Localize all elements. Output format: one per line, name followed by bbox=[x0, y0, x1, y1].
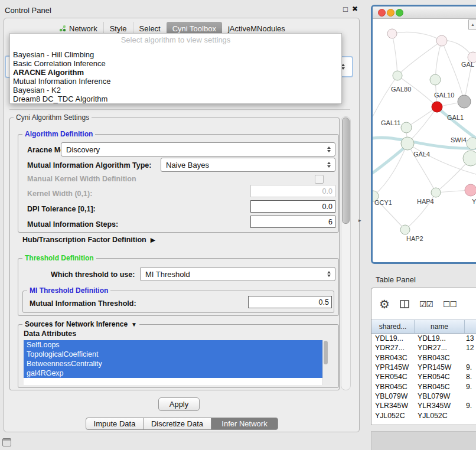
float-window-icon[interactable]: □ bbox=[343, 5, 348, 13]
close-traffic-light-icon[interactable] bbox=[378, 9, 386, 17]
hub-definition-toggle[interactable]: Hub/Transcription Factor Definition ▶ bbox=[22, 236, 155, 244]
apply-button[interactable]: Apply bbox=[158, 397, 200, 411]
menu-item-dream8[interactable]: Dream8 DC_TDC Algorithm bbox=[10, 94, 341, 103]
list-item[interactable]: gal4RGexp bbox=[24, 369, 322, 378]
menu-item-bayesian-k2[interactable]: Bayesian - K2 bbox=[10, 86, 341, 94]
cell: YPR145W bbox=[414, 363, 464, 371]
network-node[interactable] bbox=[401, 137, 414, 150]
cell: YDL19... bbox=[414, 334, 464, 343]
column-header-shared-name[interactable]: shared... bbox=[371, 320, 415, 333]
collapsed-panel-icon[interactable] bbox=[2, 438, 11, 446]
table-row[interactable]: YER054CYER054C8. bbox=[371, 372, 476, 381]
table-row[interactable]: YBL079WYBL079W bbox=[371, 392, 476, 401]
close-window-icon[interactable]: ✖ bbox=[352, 5, 358, 13]
column-header-cut[interactable] bbox=[465, 320, 476, 333]
group-border-fragment bbox=[9, 109, 350, 110]
list-item[interactable]: BetweennessCentrality bbox=[24, 359, 322, 369]
menu-item-aracne[interactable]: ARACNE Algorithm bbox=[10, 68, 341, 77]
network-node[interactable] bbox=[393, 71, 402, 80]
table-row[interactable]: YDR27...YDR27...12 bbox=[371, 343, 476, 353]
table-row[interactable]: YBR043CYBR043C bbox=[371, 353, 476, 363]
network-node[interactable] bbox=[467, 138, 476, 149]
expand-down-icon: ▼ bbox=[131, 321, 137, 328]
cell: 9. bbox=[464, 383, 476, 391]
table-row[interactable]: YDL19...YDL19...13 bbox=[371, 334, 476, 343]
network-node-label: GAL11 bbox=[381, 119, 400, 126]
combo-arrows-icon bbox=[327, 271, 331, 277]
cell: YER054C bbox=[414, 373, 464, 381]
settings-scrollbar-thumb[interactable] bbox=[342, 118, 350, 224]
cell: YBR045C bbox=[371, 383, 414, 391]
network-node-selected-red[interactable] bbox=[432, 102, 442, 112]
network-node[interactable] bbox=[463, 151, 476, 166]
table-row[interactable]: YLR345WYLR345W9. bbox=[371, 401, 476, 410]
menu-placeholder: Select algorithm to view settings bbox=[10, 35, 341, 45]
cell: YJL052C bbox=[371, 412, 414, 420]
algorithm-dropdown-menu: Select algorithm to view settings Bayesi… bbox=[9, 33, 342, 104]
cell: YBL079W bbox=[371, 392, 414, 400]
algorithm-definition-legend: Algorithm Definition bbox=[22, 131, 95, 138]
network-node-label: HAP4 bbox=[417, 198, 434, 205]
network-window-titlebar[interactable] bbox=[373, 6, 476, 19]
list-scrollbar-thumb[interactable] bbox=[324, 341, 328, 364]
sources-legend[interactable]: Sources for Network Inference ▼ bbox=[22, 321, 139, 328]
cell: 9. bbox=[464, 363, 476, 371]
tab-network-label: Network bbox=[69, 24, 97, 33]
table-row[interactable]: YBR045CYBR045C9. bbox=[371, 381, 476, 391]
network-node-label: GAL80 bbox=[391, 86, 411, 93]
panel-splitter-arrow[interactable]: ▸ bbox=[358, 217, 361, 223]
mi-threshold-legend: MI Threshold Definition bbox=[27, 287, 110, 295]
network-node-label: GCY1 bbox=[374, 199, 392, 206]
tab-infer-network[interactable]: Infer Network bbox=[211, 418, 278, 430]
mi-algorithm-type-select[interactable]: Naive Bayes bbox=[161, 158, 335, 172]
table-row[interactable]: YPR145WYPR145W9. bbox=[371, 363, 476, 372]
minimize-traffic-light-icon[interactable] bbox=[387, 9, 395, 17]
tab-discretize-data[interactable]: Discretize Data bbox=[143, 418, 211, 430]
cell: 12 bbox=[464, 344, 476, 352]
list-item[interactable]: SelfLoops bbox=[24, 340, 322, 350]
network-node[interactable] bbox=[430, 74, 441, 85]
select-all-columns-icon[interactable]: ☑☑ bbox=[419, 299, 433, 309]
combo-arrows-icon bbox=[327, 146, 331, 152]
network-node[interactable] bbox=[400, 225, 410, 234]
column-header-name[interactable]: name bbox=[415, 320, 465, 333]
menu-item-basic-correlation[interactable]: Basic Correlation Inference bbox=[10, 59, 341, 68]
network-node[interactable] bbox=[401, 122, 412, 133]
mutual-information-threshold-input[interactable] bbox=[248, 296, 332, 308]
cell: YBL079W bbox=[414, 392, 464, 400]
network-node-pink[interactable] bbox=[465, 184, 476, 196]
network-node-label: Y bbox=[472, 198, 476, 205]
network-node-gray[interactable] bbox=[458, 95, 471, 108]
aracne-mode-value: Discovery bbox=[66, 145, 100, 154]
network-node[interactable] bbox=[431, 188, 441, 197]
which-threshold-select[interactable]: MI Threshold bbox=[140, 267, 335, 281]
cell: YPR145W bbox=[371, 363, 414, 371]
sources-legend-label: Sources for Network Inference bbox=[25, 321, 128, 328]
aracne-mode-select[interactable]: Discovery bbox=[61, 142, 335, 156]
menu-item-mutual-information[interactable]: Mutual Information Inference bbox=[10, 77, 341, 86]
table-row[interactable]: YJL052CYJL052C bbox=[371, 410, 476, 420]
dpi-tolerance-input[interactable] bbox=[250, 200, 335, 213]
table-toolbar: ⚙ ☑☑ ☐☐ bbox=[371, 288, 476, 319]
kernel-width-input bbox=[250, 185, 335, 197]
cell: 8. bbox=[464, 373, 476, 381]
tab-cyni-toolbox-label: Cyni Toolbox bbox=[172, 24, 216, 33]
mi-steps-label: Mutual Information Steps: bbox=[27, 220, 118, 229]
network-node[interactable] bbox=[436, 35, 447, 46]
zoom-traffic-light-icon[interactable] bbox=[396, 9, 403, 17]
data-attributes-list[interactable]: SelfLoops TopologicalCoefficient Between… bbox=[24, 340, 322, 385]
list-item[interactable]: TopologicalCoefficient bbox=[24, 350, 322, 359]
deselect-all-columns-icon[interactable]: ☐☐ bbox=[443, 299, 457, 309]
network-tab-icon bbox=[59, 25, 66, 32]
mutual-information-steps-input[interactable] bbox=[250, 216, 335, 228]
show-columns-icon[interactable] bbox=[400, 300, 409, 308]
network-scroll-up-button[interactable]: ▲ bbox=[468, 19, 476, 30]
gear-icon[interactable]: ⚙ bbox=[379, 298, 390, 310]
tab-impute-data[interactable]: Impute Data bbox=[86, 418, 144, 430]
network-node[interactable] bbox=[387, 29, 397, 38]
table-panel: ⚙ ☑☑ ☐☐ shared... name YDL19...YDL19...1… bbox=[371, 288, 476, 425]
network-canvas: GAL80 GAL10 GAL11 GAL1 SWI4 GAL4 GCY1 HA… bbox=[373, 18, 476, 259]
table-header-row: shared... name bbox=[371, 319, 476, 334]
collapsed-panel bbox=[371, 431, 476, 450]
menu-item-bayesian-hill-climbing[interactable]: Bayesian - Hill Climbing bbox=[10, 50, 341, 59]
